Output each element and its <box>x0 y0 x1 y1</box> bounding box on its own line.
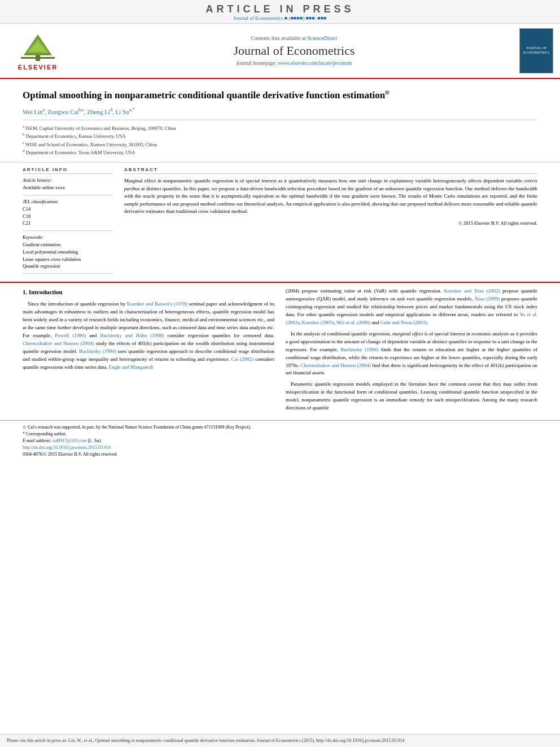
ref-engle-link[interactable]: Engle and Manganelli <box>109 364 154 370</box>
ref-1978-link[interactable]: (1978) <box>174 301 187 307</box>
homepage-link: journal homepage: www.elsevier.com/locat… <box>75 60 514 66</box>
keyword-lscv: Lease squares cross validation <box>23 256 113 263</box>
doi-line: http://dx.doi.org/10.1016/j.jeconom.2015… <box>23 444 537 451</box>
ref-koenker-2005-link[interactable]: Koenker <box>302 320 320 325</box>
journal-cover-image: JOURNAL OFECONOMETRICS <box>519 28 553 73</box>
affiliations: a ISEM, Capital University of Economics … <box>23 120 537 156</box>
ref-cai-link[interactable]: Cai <box>231 356 239 362</box>
ref-ch2004-link[interactable]: (2004) <box>357 362 371 368</box>
sciencedirect-link: Contents lists available at ScienceDirec… <box>75 36 514 41</box>
affiliation-a: a ISEM, Capital University of Economics … <box>23 124 537 132</box>
footnotes-area: ✩ Cai's research was supported, in part,… <box>0 420 560 461</box>
affiliation-b: b Department of Economics, Kansas Univer… <box>23 132 537 140</box>
keywords-label: Keywords: <box>23 234 113 240</box>
header-row: ELSEVIER Contents lists available at Sci… <box>0 24 560 79</box>
ref-ch2-link[interactable]: Chernozhukov and Hansen <box>300 362 356 368</box>
ref-powell-link[interactable]: Powell <box>55 333 69 338</box>
keyword-gradient: Gradient estimation <box>23 241 113 248</box>
ref-xiao-link[interactable]: Xiao <box>475 296 485 302</box>
ref-buchinsky-hahn-link[interactable]: Buchinsky and Hahn <box>100 333 147 338</box>
article-info-abstract-section: ARTICLE INFO Article history: Available … <box>0 162 560 278</box>
journal-title-main: Journal of Econometrics <box>75 43 514 58</box>
article-info-title: ARTICLE INFO <box>23 167 113 174</box>
article-info-panel: ARTICLE INFO Article history: Available … <box>23 167 113 274</box>
keywords-values: Gradient estimation Local polynomial smo… <box>23 241 113 274</box>
ref-cai-2002-link[interactable]: (2002) <box>240 356 253 362</box>
page: ARTICLE IN PRESS Journal of Econometrics… <box>0 0 560 747</box>
ref-buchinsky-1994-link[interactable]: Buchinsky <box>79 348 101 354</box>
email-link[interactable]: sul0917@163.com <box>53 438 86 443</box>
keyword-local-poly: Local polynomial smoothing <box>23 248 113 256</box>
ref-kx-2002-link[interactable]: (2002) <box>486 288 500 294</box>
ref-wei-link[interactable]: Wei et al. <box>336 320 356 325</box>
body-para-4: Parametric quantile regression models em… <box>286 381 537 412</box>
ref-cade-link[interactable]: Cade and Noon <box>380 320 412 325</box>
jel-values: C14 C18 C21 <box>23 206 113 231</box>
author-zheng-li: Zheng Li <box>87 108 110 115</box>
section1-heading: 1. Introduction <box>23 287 274 297</box>
abstract-text: Marginal effect in nonparametric quantil… <box>124 177 537 216</box>
paper-section: Optimal smoothing in nonparametric condi… <box>0 79 560 162</box>
ref-koenker-yr-link[interactable]: (2005) <box>321 320 334 325</box>
body-para-2: (2004) propose estimating value at risk … <box>286 287 537 327</box>
ref-buchinsky-hahn-1998-link[interactable]: (1998) <box>150 333 164 338</box>
aip-title: ARTICLE IN PRESS <box>0 3 560 15</box>
abstract-panel: ABSTRACT Marginal effect in nonparametri… <box>124 167 537 274</box>
affiliation-c: c WISE and School of Economics, Xiamen U… <box>23 140 537 148</box>
ref-wei-2006-link[interactable]: (2006) <box>357 320 370 325</box>
elsevier-logo: ELSEVIER <box>7 32 69 71</box>
paper-title: Optimal smoothing in nonparametric condi… <box>23 89 537 102</box>
bottom-bar-text: Please cite this article in press as: Li… <box>7 738 404 743</box>
elsevier-tree-icon <box>15 32 60 63</box>
title-footnote-sup: ✩ <box>385 90 390 95</box>
ref-b1994b-link[interactable]: (1994) <box>365 347 378 352</box>
ref-buchinsky-1994b-link[interactable]: Buchinsky <box>340 347 362 352</box>
journal-cover-text: JOURNAL OFECONOMETRICS <box>522 45 551 56</box>
svg-rect-4 <box>21 57 55 59</box>
ref-powell-1986-link[interactable]: (1986) <box>72 333 86 338</box>
body-para-1: Since the introduction of quantile regre… <box>23 300 274 371</box>
jel-c18: C18 <box>23 213 113 220</box>
authors-line: Wei Lina, Zongwu Caib,c, Zheng Lid, Li S… <box>23 107 537 115</box>
abstract-title: ABSTRACT <box>124 167 537 174</box>
ref-cade-2003-link[interactable]: (2003) <box>413 320 427 325</box>
ref-chernozhukov-hansen-link[interactable]: Chernozhukov and Hansen <box>23 340 78 346</box>
history-value: Available online xxxx <box>23 184 113 195</box>
homepage-anchor[interactable]: www.elsevier.com/locate/jeconom <box>278 60 352 66</box>
author-li-su: Li Su <box>115 108 129 115</box>
jel-label: JEL classification: <box>23 199 113 204</box>
bottom-bar: Please cite this article in press as: Li… <box>0 734 560 747</box>
ref-ch-2004-link[interactable]: (2004) <box>81 340 94 346</box>
body-para-3: In the analysis of conditional quantile … <box>286 330 537 378</box>
ref-xiao-2009-link[interactable]: (2009) <box>486 296 500 302</box>
journal-ref: Journal of Econometrics ■ (■■■■) ■■■–■■■ <box>0 15 560 21</box>
copyright-notice: © 2015 Elsevier B.V. All rights reserved… <box>124 220 537 226</box>
keyword-qr: Quantile regression <box>23 263 113 270</box>
affiliation-d: d Department of Economics, Texas A&M Uni… <box>23 148 537 156</box>
header-center: Contents lists available at ScienceDirec… <box>75 36 514 66</box>
footnote-email: E-mail address: sul0917@163.com (L. Su). <box>23 438 537 444</box>
article-in-press-banner: ARTICLE IN PRESS Journal of Econometrics… <box>0 0 560 24</box>
jel-c14: C14 <box>23 206 113 213</box>
ref-buchinsky-yr-link[interactable]: (1994) <box>103 348 116 354</box>
issn-line: 0304-4076/© 2015 Elsevier B.V. All right… <box>23 451 537 458</box>
ref-koenker-bassett-link[interactable]: Koenker and Bassett's <box>127 301 172 307</box>
ref-yu-link[interactable]: Yu et al. <box>519 312 537 317</box>
sciencedirect-anchor[interactable]: ScienceDirect <box>307 36 337 41</box>
author-wei-lin: Wei Lin <box>23 108 42 115</box>
body-col-left: 1. Introduction Since the introduction o… <box>23 287 274 416</box>
author-zongwu-cai: Zongwu Cai <box>48 108 79 115</box>
ref-yu-2003-link[interactable]: (2003) <box>286 320 299 325</box>
footnote-2: * Corresponding author. <box>23 431 537 438</box>
ref-koenker-xiao-link[interactable]: Koenker and Xiao <box>444 288 484 294</box>
footnote-1: ✩ Cai's research was supported, in part,… <box>23 424 537 431</box>
elsevier-brand-text: ELSEVIER <box>18 64 58 71</box>
body-col-right: (2004) propose estimating value at risk … <box>286 287 537 416</box>
body-section: 1. Introduction Since the introduction o… <box>0 282 560 420</box>
history-label: Article history: <box>23 177 113 183</box>
jel-c21: C21 <box>23 220 113 227</box>
doi-link[interactable]: http://dx.doi.org/10.1016/j.jeconom.2015… <box>23 445 111 450</box>
